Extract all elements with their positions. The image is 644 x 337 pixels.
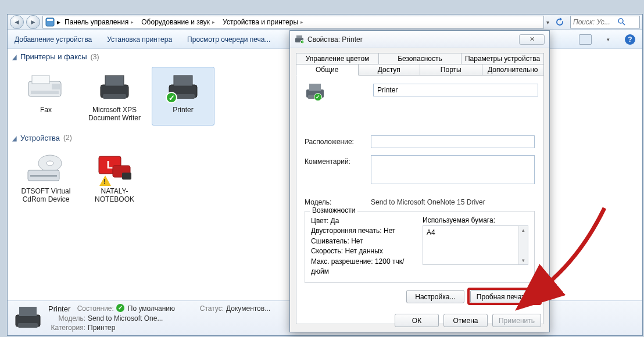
svg-rect-23 <box>19 307 37 316</box>
paper-item-a4: A4 <box>427 228 435 262</box>
paper-list[interactable]: A4 ▴▾ <box>423 225 528 265</box>
label-comment: Комментарий: <box>305 155 371 166</box>
cap-speed: Скорость: Нет данных <box>311 246 417 256</box>
printer-name-input[interactable] <box>373 84 538 96</box>
svg-line-3 <box>622 23 625 25</box>
cap-stapler: Сшиватель: Нет <box>311 236 417 246</box>
tab-ports[interactable]: Порты <box>420 64 482 76</box>
dialog-title: Свойства: Printer <box>307 35 519 44</box>
nav-forward-button[interactable]: ► <box>26 15 40 29</box>
tab-device-settings[interactable]: Параметры устройства <box>461 53 544 64</box>
label-model: Модель: <box>305 198 371 206</box>
cap-maxres: Макс. разрешение: 1200 тчк/дюйм <box>311 257 417 277</box>
tab-color-management[interactable]: Управление цветом <box>296 53 379 64</box>
tab-advanced[interactable]: Дополнительно <box>482 64 545 76</box>
model-value: Send to Microsoft OneNote 15 Driver <box>371 198 485 206</box>
search-input[interactable] <box>571 18 617 26</box>
comment-textarea[interactable] <box>371 155 535 184</box>
svg-rect-10 <box>103 94 126 99</box>
printer-properties-dialog: Свойства: Printer ✕ Управление цветом Бе… <box>289 30 550 332</box>
refresh-button[interactable] <box>553 16 566 28</box>
details-name: Printer <box>48 304 70 314</box>
group-devices-count: (2) <box>63 134 72 142</box>
svg-text:L: L <box>107 159 113 171</box>
address-bar: ◄ ► ▸ Панель управления▸ Оборудование и … <box>7 14 643 30</box>
default-check-icon: ✓ <box>166 92 177 103</box>
device-notebook[interactable]: L NATALY-NOTEBOOK <box>83 148 146 207</box>
crumb-hardware[interactable]: Оборудование и звук▸ <box>137 18 219 26</box>
svg-rect-24 <box>18 323 38 328</box>
dialog-titlebar[interactable]: Свойства: Printer ✕ <box>290 31 549 48</box>
nav-back-button[interactable]: ◄ <box>10 15 24 29</box>
device-xps-writer[interactable]: Microsoft XPS Document Writer <box>83 67 146 126</box>
svg-rect-7 <box>31 91 59 94</box>
cap-duplex: Двусторонняя печать: Нет <box>311 226 417 236</box>
help-button[interactable]: ? <box>625 34 635 45</box>
svg-rect-26 <box>296 35 302 38</box>
svg-rect-1 <box>47 19 53 21</box>
dialog-close-button[interactable]: ✕ <box>519 34 545 45</box>
ok-button[interactable]: ОК <box>395 314 439 327</box>
control-panel-icon <box>45 17 55 27</box>
details-printer-icon <box>13 306 42 331</box>
svg-point-27 <box>300 40 304 44</box>
svg-rect-17 <box>30 175 57 177</box>
search-box[interactable] <box>570 16 640 28</box>
cap-color: Цвет: Да <box>311 216 417 226</box>
tab-security[interactable]: Безопасность <box>378 53 461 64</box>
svg-rect-12 <box>174 76 192 86</box>
location-input[interactable] <box>371 135 535 148</box>
cmd-view-queue[interactable]: Просмотр очереди печа... <box>187 35 270 44</box>
cancel-button[interactable]: Отмена <box>443 314 488 327</box>
apply-button[interactable]: Применить <box>492 314 541 327</box>
tab-page-general: ✓ Расположение: Комментарий: Модель: Sen… <box>296 76 543 324</box>
test-print-button[interactable]: Пробная печать <box>470 290 535 303</box>
svg-rect-5 <box>32 76 49 84</box>
svg-rect-6 <box>52 84 60 89</box>
collapse-icon: ◢ <box>12 134 17 142</box>
warning-icon <box>99 175 111 186</box>
paper-label: Используемая бумага: <box>423 216 528 224</box>
label-location: Расположение: <box>305 135 371 146</box>
breadcrumb[interactable]: ▸ Панель управления▸ Оборудование и звук… <box>42 16 544 28</box>
crumb-devices[interactable]: Устройства и принтеры▸ <box>219 18 307 26</box>
tab-sharing[interactable]: Доступ <box>358 64 421 76</box>
crumb-control-panel[interactable]: Панель управления▸ <box>60 18 137 26</box>
tab-strip: Управление цветом Безопасность Параметры… <box>296 53 543 324</box>
svg-point-15 <box>46 161 53 166</box>
group-printers-title: Принтеры и факсы <box>20 52 87 61</box>
capabilities-legend: Возможности <box>310 206 357 214</box>
device-cdrom[interactable]: DTSOFT Virtual CdRom Device <box>15 148 77 207</box>
cmd-add-device[interactable]: Добавление устройства <box>15 35 92 44</box>
tab-general[interactable]: Общие <box>296 64 359 76</box>
cmd-install-printer[interactable]: Установка принтера <box>107 35 172 44</box>
printer-large-icon: ✓ <box>305 83 325 103</box>
svg-rect-21 <box>122 173 131 180</box>
scrollbar[interactable]: ▴▾ <box>518 226 528 264</box>
svg-rect-29 <box>309 84 321 91</box>
search-icon <box>617 17 625 27</box>
capabilities-group: Возможности Цвет: Да Двусторонняя печать… <box>305 211 535 283</box>
group-printers-count: (3) <box>91 53 99 61</box>
collapse-icon: ◢ <box>12 53 17 60</box>
group-devices-title: Устройства <box>20 134 60 142</box>
printer-icon <box>295 35 304 44</box>
svg-point-2 <box>618 19 623 23</box>
device-printer[interactable]: ✓ Printer <box>152 67 214 126</box>
view-options-button[interactable] <box>579 34 592 45</box>
settings-button[interactable]: Настройка... <box>406 290 464 303</box>
device-fax[interactable]: Fax <box>15 67 77 126</box>
svg-rect-9 <box>105 76 124 86</box>
